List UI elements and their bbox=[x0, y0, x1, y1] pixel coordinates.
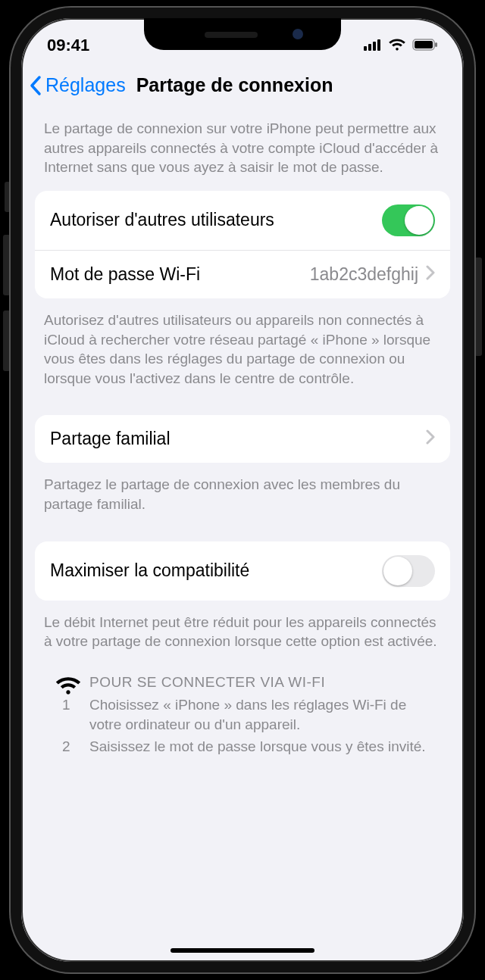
svg-rect-5 bbox=[415, 41, 433, 48]
row-wifi-password[interactable]: Mot de passe Wi-Fi 1ab2c3defghij bbox=[35, 250, 450, 298]
chevron-right-icon bbox=[426, 429, 435, 449]
status-time: 09:41 bbox=[47, 36, 89, 55]
allow-others-label: Autoriser d'autres utilisateurs bbox=[50, 210, 382, 230]
nav-bar: Réglages Partage de connexion bbox=[21, 64, 464, 110]
phone-frame: 09:41 Réglages Partage de connexion Le p… bbox=[11, 8, 474, 972]
back-label: Réglages bbox=[45, 74, 126, 96]
svg-rect-3 bbox=[377, 39, 380, 51]
battery-icon bbox=[412, 36, 438, 55]
family-sharing-label: Partage familial bbox=[50, 429, 426, 449]
wifi-icon bbox=[55, 674, 82, 698]
notch bbox=[144, 18, 341, 50]
page-title: Partage de connexion bbox=[127, 74, 456, 96]
instruction-step-1: 1Choisissez « iPhone » dans les réglages… bbox=[21, 694, 464, 735]
svg-rect-0 bbox=[364, 46, 367, 51]
max-compat-label: Maximiser la compatibilité bbox=[50, 560, 382, 581]
allow-others-toggle[interactable] bbox=[382, 204, 435, 236]
row-max-compat[interactable]: Maximiser la compatibilité bbox=[35, 541, 450, 601]
instruction-step-2: 2Saisissez le mot de passe lorsque vous … bbox=[21, 735, 464, 758]
svg-rect-6 bbox=[435, 42, 437, 47]
chevron-right-icon bbox=[426, 264, 435, 285]
group-hotspot: Autoriser d'autres utilisateurs Mot de p… bbox=[35, 191, 450, 298]
row-family-sharing[interactable]: Partage familial bbox=[35, 415, 450, 463]
back-button[interactable]: Réglages bbox=[29, 74, 126, 96]
group-compat: Maximiser la compatibilité bbox=[35, 541, 450, 601]
svg-rect-2 bbox=[373, 42, 376, 51]
row-allow-others[interactable]: Autoriser d'autres utilisateurs bbox=[35, 191, 450, 250]
section1-foot: Autorisez d'autres utilisateurs ou appar… bbox=[21, 301, 464, 399]
wifi-password-value: 1ab2c3defghij bbox=[310, 264, 418, 285]
wifi-password-label: Mot de passe Wi-Fi bbox=[50, 264, 310, 285]
svg-rect-1 bbox=[368, 44, 371, 51]
instructions-heading: POUR SE CONNECTER VIA WI-FI bbox=[21, 656, 464, 694]
home-indicator[interactable] bbox=[171, 948, 314, 953]
max-compat-toggle[interactable] bbox=[382, 555, 435, 587]
cellular-icon bbox=[364, 36, 382, 55]
section3-foot: Le débit Internet peut être réduit pour … bbox=[21, 604, 464, 656]
chevron-left-icon bbox=[29, 75, 42, 96]
section1-hint: Le partage de connexion sur votre iPhone… bbox=[21, 110, 464, 188]
section2-foot: Partagez le partage de connexion avec le… bbox=[21, 466, 464, 524]
wifi-icon bbox=[388, 36, 406, 55]
group-family: Partage familial bbox=[35, 415, 450, 463]
